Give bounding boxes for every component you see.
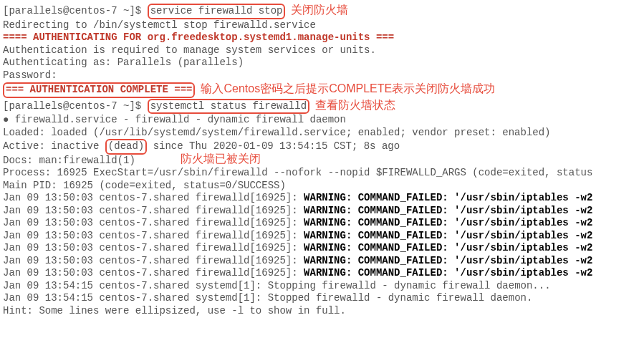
auth-header-text: ==== AUTHENTICATING FOR org.freedesktop.… [3, 32, 394, 43]
annotation-complete: 输入Centos密码之后提示COMPLETE表示关闭防火墙成功 [201, 82, 495, 95]
terminal-line-docs: Docs: man:firewalld(1) 防火墙已被关闭 [3, 155, 641, 168]
shell-prompt: [parallels@centos-7 ~]$ [3, 5, 148, 16]
log-prefix: Jan 09 13:54:15 centos-7.shared systemd[… [3, 292, 268, 304]
output-text: Docs: man:firewalld(1) [3, 155, 135, 166]
log-warning: WARNING: COMMAND_FAILED: '/usr/sbin/ipta… [304, 230, 592, 241]
log-prefix: Jan 09 13:50:03 centos-7.shared firewall… [3, 242, 304, 253]
terminal-log-warning-3: Jan 09 13:50:03 centos-7.shared firewall… [3, 217, 641, 230]
terminal-log-warning-2: Jan 09 13:50:03 centos-7.shared firewall… [3, 205, 641, 218]
terminal-line-auth-as: Authenticating as: Parallels (parallels) [3, 57, 641, 69]
log-warning: WARNING: COMMAND_FAILED: '/usr/sbin/ipta… [304, 255, 592, 266]
log-prefix: Jan 09 13:50:03 centos-7.shared firewall… [3, 230, 304, 241]
log-prefix: Jan 09 13:50:03 centos-7.shared firewall… [3, 192, 304, 203]
log-warning: WARNING: COMMAND_FAILED: '/usr/sbin/ipta… [304, 205, 592, 216]
terminal-log-stopping: Jan 09 13:54:15 centos-7.shared systemd[… [3, 280, 641, 293]
terminal-log-warning-4: Jan 09 13:50:03 centos-7.shared firewall… [3, 230, 641, 243]
log-prefix: Jan 09 13:50:03 centos-7.shared firewall… [3, 205, 304, 216]
terminal-log-warning-1: Jan 09 13:50:03 centos-7.shared firewall… [3, 192, 641, 205]
terminal-log-stopped: Jan 09 13:54:15 centos-7.shared systemd[… [3, 292, 641, 305]
output-text: Loaded: loaded (/usr/lib/systemd/system/… [3, 127, 551, 138]
password-label[interactable]: Password: [3, 69, 57, 81]
log-message: Stopped firewalld - dynamic firewall dae… [268, 292, 533, 304]
log-warning: WARNING: COMMAND_FAILED: '/usr/sbin/ipta… [304, 242, 592, 253]
highlight-auth-complete: === AUTHENTICATION COMPLETE === [3, 82, 195, 98]
terminal-line-active: Active: inactive (dead) since Thu 2020-0… [3, 139, 641, 155]
highlight-cmd2: systemctl status firewalld [148, 99, 309, 115]
log-prefix: Jan 09 13:50:03 centos-7.shared firewall… [3, 267, 304, 279]
hint-text: Hint: Some lines were ellipsized, use -l… [3, 305, 346, 316]
terminal-log-warning-7: Jan 09 13:50:03 centos-7.shared firewall… [3, 267, 641, 280]
active-suffix: since Thu 2020-01-09 13:54:15 CST; 8s ag… [147, 140, 400, 152]
log-prefix: Jan 09 13:50:03 centos-7.shared firewall… [3, 217, 304, 228]
log-prefix: Jan 09 13:50:03 centos-7.shared firewall… [3, 255, 304, 266]
terminal-log-warning-6: Jan 09 13:50:03 centos-7.shared firewall… [3, 255, 641, 268]
highlight-dead: (dead) [105, 139, 147, 155]
annotation-close-firewall: 关闭防火墙 [291, 4, 348, 16]
log-prefix: Jan 09 13:54:15 centos-7.shared systemd[… [3, 280, 268, 291]
shell-prompt: [parallels@centos-7 ~]$ [3, 100, 148, 112]
log-warning: WARNING: COMMAND_FAILED: '/usr/sbin/ipta… [304, 192, 592, 203]
terminal-line-auth-complete: === AUTHENTICATION COMPLETE ===输入Centos密… [3, 82, 641, 98]
command-text[interactable]: systemctl status firewalld [150, 100, 307, 112]
output-text: Main PID: 16925 (code=exited, status=0/S… [3, 180, 286, 191]
terminal-line-loaded: Loaded: loaded (/usr/lib/systemd/system/… [3, 127, 641, 140]
terminal-line-password: Password: [3, 69, 641, 82]
terminal-line-cmd1: [parallels@centos-7 ~]$ service firewall… [3, 3, 641, 19]
terminal-line-redirect: Redirecting to /bin/systemctl stop firew… [3, 19, 641, 32]
log-message: Stopping firewalld - dynamic firewall da… [268, 280, 551, 291]
annotation-closed: 防火墙已被关闭 [181, 152, 261, 166]
log-warning: WARNING: COMMAND_FAILED: '/usr/sbin/ipta… [304, 267, 592, 279]
terminal-line-service: ● firewalld.service - firewalld - dynami… [3, 114, 641, 127]
command-text[interactable]: service firewalld stop [150, 5, 283, 16]
terminal-line-auth-required: Authentication is required to manage sys… [3, 44, 641, 57]
log-warning: WARNING: COMMAND_FAILED: '/usr/sbin/ipta… [304, 217, 592, 228]
output-text: Authentication is required to manage sys… [3, 44, 376, 56]
terminal-line-auth-header: ==== AUTHENTICATING FOR org.freedesktop.… [3, 32, 641, 44]
output-text: Redirecting to /bin/systemctl stop firew… [3, 19, 316, 31]
output-text: Authenticating as: Parallels (parallels) [3, 57, 244, 68]
terminal-line-cmd2: [parallels@centos-7 ~]$ systemctl status… [3, 98, 641, 115]
auth-complete-text: === AUTHENTICATION COMPLETE === [6, 84, 192, 95]
annotation-status: 查看防火墙状态 [315, 99, 395, 111]
highlight-cmd1: service firewalld stop [148, 4, 286, 19]
terminal-line-hint: Hint: Some lines were ellipsized, use -l… [3, 305, 641, 318]
terminal-line-mainpid: Main PID: 16925 (code=exited, status=0/S… [3, 180, 641, 193]
terminal-log-warning-5: Jan 09 13:50:03 centos-7.shared firewall… [3, 242, 641, 255]
output-text: Process: 16925 ExecStart=/usr/sbin/firew… [3, 167, 592, 178]
status-bullet: ● [3, 114, 15, 125]
dead-status: (dead) [108, 140, 144, 152]
service-name: firewalld.service - firewalld - dynamic … [15, 114, 346, 125]
terminal-line-process: Process: 16925 ExecStart=/usr/sbin/firew… [3, 167, 641, 180]
active-prefix: Active: inactive [3, 140, 105, 152]
